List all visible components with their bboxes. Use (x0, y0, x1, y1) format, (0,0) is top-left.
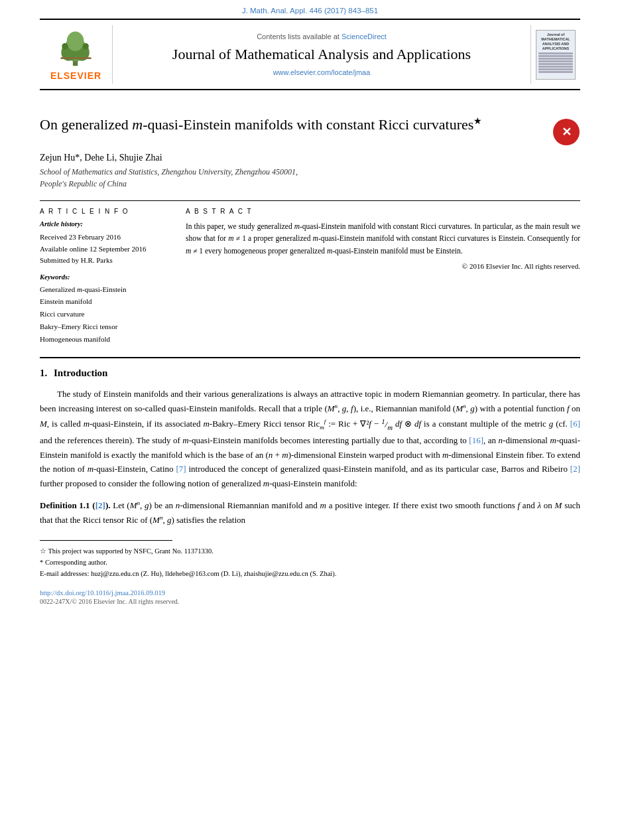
elsevier-logo: ELSEVIER (40, 25, 113, 84)
abstract-heading: A B S T R A C T (186, 208, 580, 215)
email-text: E-mail addresses: huzj@zzu.edu.cn (Z. Hu… (40, 570, 336, 577)
svg-text:CrossMark: CrossMark (558, 140, 575, 144)
article-info-heading: A R T I C L E I N F O (40, 208, 172, 215)
copyright-text: © 2016 Elsevier Inc. All rights reserved… (186, 262, 580, 270)
that-word: that (55, 515, 68, 525)
doi-anchor[interactable]: http://dx.doi.org/10.1016/j.jmaa.2016.09… (40, 589, 165, 596)
affiliation-line1: School of Mathematics and Statistics, Zh… (40, 167, 298, 176)
issn-text: 0022-247X/© 2016 Elsevier Inc. All right… (40, 598, 580, 605)
contents-text: Contents lists available at (257, 33, 340, 40)
journal-header: ELSEVIER Contents lists available at Sci… (40, 19, 580, 90)
top-citation: J. Math. Anal. Appl. 446 (2017) 843–851 (0, 0, 620, 19)
footnote-email: E-mail addresses: huzj@zzu.edu.cn (Z. Hu… (40, 569, 580, 580)
svg-point-5 (62, 43, 68, 49)
authors-text: Zejun Hu*, Dehe Li, Shujie Zhai (40, 153, 162, 163)
footnote-corresponding: * Corresponding author. (40, 557, 580, 569)
keywords-label: Keywords: (40, 273, 172, 281)
section-number: 1. (40, 368, 47, 378)
footnote-divider (40, 540, 172, 541)
svg-point-4 (67, 32, 84, 52)
svg-text:✕: ✕ (562, 125, 572, 139)
keyword-1: Generalized m-quasi-Einstein (40, 283, 172, 296)
history-label: Article history: (40, 220, 172, 228)
introduction-heading: 1. Introduction (40, 368, 580, 379)
main-content: On generalized m-quasi-Einstein manifold… (0, 90, 620, 618)
section-title-text: Introduction (54, 368, 107, 378)
journal-cover-thumb: Journal ofMATHEMATICALANALYSIS ANDAPPLIC… (536, 30, 576, 80)
doi-text: http://dx.doi.org/10.1016/j.jmaa.2016.09… (40, 589, 165, 596)
article-title-block: On generalized m-quasi-Einstein manifold… (40, 115, 580, 146)
sciencedirect-text: ScienceDirect (341, 33, 387, 40)
header-divider (40, 200, 580, 201)
section-divider (40, 357, 580, 358)
journal-title: Journal of Mathematical Analysis and App… (172, 46, 471, 63)
article-title-text: On generalized m-quasi-Einstein manifold… (40, 115, 546, 135)
keyword-2: Einstein manifold (40, 295, 172, 308)
crossmark-badge: ✕ CrossMark (552, 118, 580, 146)
abstract-text: In this paper, we study generalized m-qu… (186, 220, 580, 257)
definition-label: Definition 1.1 ([2]). (40, 500, 110, 510)
citation-text: J. Math. Anal. Appl. 446 (2017) 843–851 (242, 7, 378, 15)
definition-1-1: Definition 1.1 ([2]). Let (Mn, g) be an … (40, 498, 580, 527)
available-date: Available online 12 September 2016 (40, 244, 172, 255)
authors: Zejun Hu*, Dehe Li, Shujie Zhai (40, 153, 580, 163)
keyword-3: Ricci curvature (40, 308, 172, 320)
corresponding-text: * Corresponding author. (40, 559, 107, 566)
footnote-star: ☆ This project was supported by NSFC, Gr… (40, 546, 580, 557)
submitted-by: Submitted by H.R. Parks (40, 255, 172, 267)
elsevier-wordmark: ELSEVIER (50, 70, 101, 81)
received-date: Received 23 February 2016 (40, 232, 172, 244)
journal-url[interactable]: www.elsevier.com/locate/jmaa (273, 68, 371, 76)
svg-rect-7 (60, 57, 91, 59)
abstract-column: A B S T R A C T In this paper, we study … (186, 208, 580, 345)
page: J. Math. Anal. Appl. 446 (2017) 843–851 … (0, 0, 620, 840)
elsevier-tree-icon (51, 28, 101, 68)
keyword-5: Homogeneous manifold (40, 333, 172, 346)
keyword-4: Bakry–Emery Ricci tensor (40, 320, 172, 333)
affiliation: School of Mathematics and Statistics, Zh… (40, 166, 580, 190)
sciencedirect-link[interactable]: ScienceDirect (341, 33, 387, 40)
article-info-column: A R T I C L E I N F O Article history: R… (40, 208, 172, 345)
affiliation-line2: People's Republic of China (40, 179, 127, 188)
journal-center-info: Contents lists available at ScienceDirec… (113, 25, 530, 84)
doi-link[interactable]: http://dx.doi.org/10.1016/j.jmaa.2016.09… (40, 589, 580, 596)
svg-point-6 (83, 43, 89, 49)
info-abstract-section: A R T I C L E I N F O Article history: R… (40, 208, 580, 345)
journal-thumbnail: Journal ofMATHEMATICALANALYSIS ANDAPPLIC… (530, 25, 580, 84)
grant-note: ☆ This project was supported by NSFC, Gr… (40, 547, 214, 555)
intro-paragraph-1: The study of Einstein manifolds and thei… (40, 387, 580, 490)
contents-available-text: Contents lists available at ScienceDirec… (257, 33, 387, 40)
